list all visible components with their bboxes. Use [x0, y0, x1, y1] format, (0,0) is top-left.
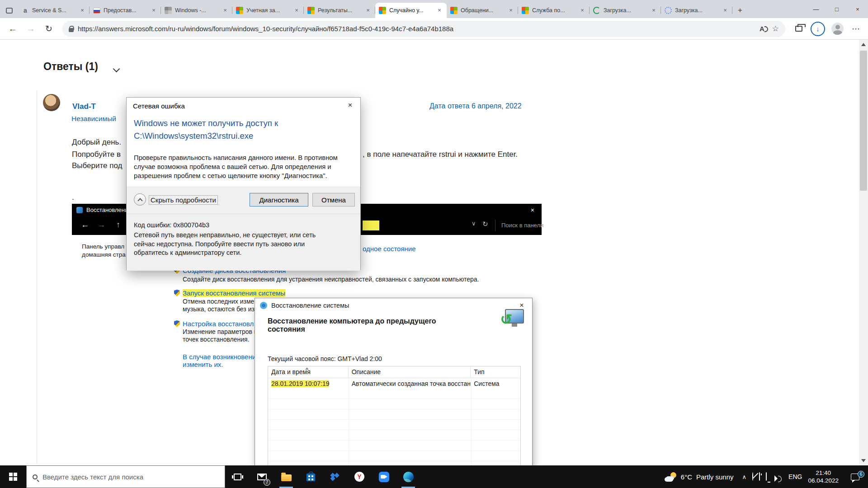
loading-spinner-icon — [593, 7, 600, 14]
recovery-item-desc: Отмена последних измене — [183, 298, 261, 305]
tab-close-icon[interactable]: × — [150, 7, 157, 14]
tab-close-icon[interactable]: × — [722, 7, 729, 14]
window-close-button[interactable]: × — [847, 0, 868, 18]
taskbar-search[interactable] — [26, 465, 225, 488]
details-divider — [127, 214, 360, 214]
scrollbar-thumb[interactable] — [860, 51, 867, 191]
clock[interactable]: 21:40 06.04.2022 — [808, 469, 839, 484]
taskbar: 7 Y 6°C Partly sunny ∧ ENG 21:40 06.04.2… — [0, 465, 868, 488]
read-aloud-button[interactable]: A — [760, 25, 768, 33]
edge-button[interactable] — [396, 465, 420, 488]
tab-close-icon[interactable]: × — [293, 7, 300, 14]
action-center-button[interactable]: 6 — [844, 474, 865, 480]
taskbar-search-input[interactable] — [42, 473, 219, 481]
tab-close-icon[interactable]: × — [364, 7, 372, 14]
microsoft-favicon — [236, 7, 243, 14]
dialog-close-button[interactable]: × — [340, 98, 360, 113]
tab-service-support[interactable]: a Service & S... × — [18, 3, 90, 18]
address-bar[interactable]: https://answers.microsoft.com/ru-ru/wind… — [62, 21, 785, 37]
clock-date: 06.04.2022 — [808, 477, 839, 484]
notification-badge: 6 — [858, 471, 864, 478]
back-button[interactable]: ← — [5, 21, 21, 37]
error-dialog-footer: Скрыть подробности Диагностика Отмена Ко… — [127, 187, 360, 271]
network-error-dialog: Сетевая ошибка × Windows не может получи… — [126, 97, 361, 270]
tab-close-icon[interactable]: × — [79, 7, 86, 14]
microsoft-favicon — [307, 7, 315, 14]
diagnose-button[interactable]: Диагностика — [250, 193, 308, 206]
tab-download-2[interactable]: Загрузка... × — [661, 3, 732, 18]
shield-icon — [174, 320, 180, 327]
system-restore-icon — [260, 302, 267, 309]
tab-close-icon[interactable]: × — [650, 7, 657, 14]
tab-close-icon[interactable]: × — [222, 7, 229, 14]
answer-text-line: Добрый день. — [72, 138, 121, 147]
sidebar-text: домашняя стра — [82, 251, 126, 258]
refresh-button[interactable]: ↻ — [41, 21, 57, 37]
task-view-button[interactable] — [225, 465, 250, 488]
mail-badge: 7 — [264, 479, 270, 486]
cancel-button[interactable]: Отмена — [312, 193, 355, 206]
zoom-button[interactable] — [372, 465, 396, 488]
yandex-button[interactable]: Y — [347, 465, 372, 488]
scroll-up-icon[interactable] — [861, 43, 866, 46]
show-hidden-icons-button[interactable]: ∧ — [742, 474, 747, 480]
microsoft-favicon — [450, 7, 458, 14]
add-favorite-button[interactable]: ☆ — [772, 24, 779, 33]
microsoft-favicon — [522, 7, 529, 14]
maximize-button[interactable]: □ — [826, 0, 847, 18]
chevron-down-icon — [113, 66, 120, 73]
tab-active-sluchayno[interactable]: Случайно у... × — [375, 3, 447, 18]
recovery-item-desc: точек восстановления. — [183, 336, 250, 343]
restore-point-desc: Автоматически созданная точка восстановл… — [349, 380, 471, 387]
favorites-button[interactable] — [791, 21, 807, 37]
sidebar-text: Панель управл — [82, 243, 124, 250]
forward-button[interactable]: → — [23, 21, 39, 37]
new-tab-button[interactable]: + — [732, 3, 748, 18]
browser-menu-button[interactable]: ⋯ — [848, 24, 863, 34]
author-link[interactable]: Vlad-T — [72, 102, 96, 111]
file-explorer-button[interactable] — [274, 465, 298, 488]
answers-collapse-button[interactable] — [114, 65, 126, 74]
weather-widget[interactable]: 6°C Partly sunny — [662, 472, 736, 482]
tab-actions-icon — [6, 8, 13, 14]
tab-account[interactable]: Учетная за... × — [232, 3, 304, 18]
chevron-up-icon — [137, 198, 142, 203]
browser-toolbar: ← → ↻ https://answers.microsoft.com/ru-r… — [0, 18, 868, 40]
minimize-button[interactable]: — — [806, 0, 826, 18]
hide-details-chevron-button[interactable] — [134, 193, 146, 206]
tab-download-1[interactable]: Загрузка... × — [590, 3, 661, 18]
search-icon — [33, 474, 38, 479]
tab-obrashcheniya[interactable]: Обращени... × — [447, 3, 518, 18]
microsoft-store-button[interactable] — [298, 465, 323, 488]
network-offline-button[interactable] — [752, 473, 753, 481]
mail-button[interactable]: 7 — [250, 465, 274, 488]
tab-close-icon[interactable]: × — [579, 7, 586, 14]
partly-sunny-icon — [665, 472, 677, 482]
profile-avatar-button[interactable] — [831, 23, 844, 35]
display-button[interactable] — [766, 473, 767, 481]
dropbox-icon — [330, 473, 340, 481]
start-button[interactable] — [0, 465, 26, 488]
tab-windows[interactable]: Windows -... × — [161, 3, 232, 18]
reset-pc-link-fragment: одное состояние — [363, 245, 416, 253]
tab-results[interactable]: Результаты... × — [304, 3, 375, 18]
tab-close-icon[interactable]: × — [507, 7, 514, 14]
tab-predostav[interactable]: Предостав... × — [90, 3, 161, 18]
downloads-button[interactable]: ↓ — [811, 22, 825, 36]
tab-actions-button[interactable] — [0, 3, 18, 18]
vertical-scrollbar[interactable] — [859, 40, 868, 465]
tab-sluzhba[interactable]: Служба по... × — [518, 3, 590, 18]
dropbox-button[interactable] — [323, 465, 347, 488]
scroll-down-icon[interactable] — [861, 459, 866, 462]
error-dialog-title: Сетевая ошибка — [127, 98, 360, 114]
table-row — [268, 409, 520, 420]
table-row — [268, 451, 520, 461]
clock-time: 21:40 — [808, 469, 839, 477]
tab-label: Служба по... — [532, 7, 576, 14]
battery-button[interactable] — [759, 473, 760, 481]
restore-arrow-icon: ↺ — [500, 311, 512, 328]
language-indicator[interactable]: ENG — [788, 473, 802, 480]
tab-close-icon[interactable]: × — [436, 7, 443, 14]
hide-details-button[interactable]: Скрыть подробности — [149, 196, 217, 204]
table-row — [268, 441, 520, 451]
